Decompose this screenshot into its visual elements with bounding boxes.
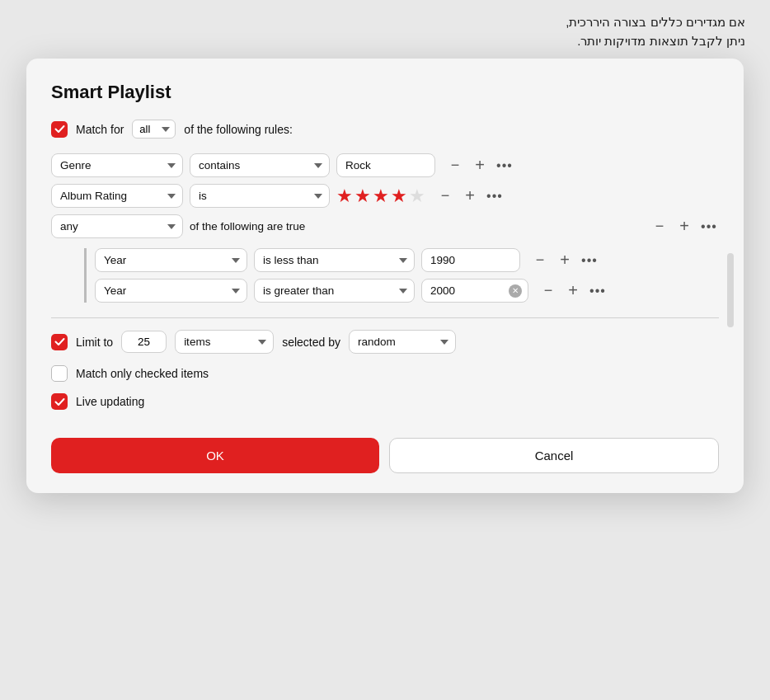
rule-any-field[interactable]: any all none: [51, 214, 183, 238]
rule-album-rating: Album Rating Genre Year is is not is gre…: [51, 184, 719, 208]
rule-year2-field[interactable]: Year Genre Album Rating: [95, 279, 247, 303]
limit-section: Limit to items hours minutes MB GB selec…: [51, 330, 719, 354]
rule-year2-actions: − + •••: [538, 281, 608, 301]
rule-year1-field[interactable]: Year Genre Album Rating: [95, 248, 247, 272]
rule-year1-dots[interactable]: •••: [580, 251, 599, 270]
limit-unit-select[interactable]: items hours minutes MB GB: [175, 330, 274, 354]
dialog-footer: OK Cancel: [51, 421, 719, 493]
rule-genre-field[interactable]: Genre Album Rating Year: [51, 153, 183, 177]
dialog-title: Smart Playlist: [51, 82, 719, 103]
rule-year2-operator[interactable]: is greater than is less than is is not: [254, 279, 415, 303]
rule-genre-plus[interactable]: +: [470, 156, 490, 176]
limit-value[interactable]: [121, 331, 167, 353]
rule-rating-actions: − + •••: [435, 186, 505, 206]
star-2[interactable]: ★: [354, 186, 371, 207]
rule-year2-clear[interactable]: ✕: [509, 284, 522, 298]
limit-label: Limit to: [76, 336, 113, 349]
rule-year-2: Year Genre Album Rating is greater than …: [95, 279, 719, 303]
rule-year1-plus[interactable]: +: [555, 251, 575, 270]
nested-rules-wrapper: Year Genre Album Rating is less than is …: [51, 245, 719, 303]
match-row: Match for all any of the following rules…: [51, 120, 719, 139]
nested-rules: Year Genre Album Rating is less than is …: [84, 248, 719, 303]
live-updating-row: Live updating: [51, 393, 719, 410]
top-hint: אם מגדירים כללים בצורה היררכית, ניתן לקב…: [0, 0, 770, 59]
match-checked-checkbox[interactable]: [51, 365, 68, 382]
match-checked-row: Match only checked items: [51, 365, 719, 382]
live-updating-checkbox[interactable]: [51, 393, 68, 410]
rule-year2-dots[interactable]: •••: [588, 281, 608, 301]
rule-any-minus[interactable]: −: [650, 217, 669, 237]
rule-genre: Genre Album Rating Year contains does no…: [51, 153, 719, 177]
rule-genre-value[interactable]: [336, 153, 435, 177]
star-5[interactable]: ★: [409, 186, 425, 207]
rule-any-dots[interactable]: •••: [699, 217, 719, 237]
rule-year2-plus[interactable]: +: [563, 281, 583, 301]
rule-any-plus[interactable]: +: [674, 217, 694, 237]
rating-stars[interactable]: ★ ★ ★ ★ ★: [336, 186, 425, 207]
rule-rating-dots[interactable]: •••: [485, 186, 505, 206]
rule-year-1: Year Genre Album Rating is less than is …: [95, 248, 719, 272]
star-4[interactable]: ★: [391, 186, 407, 207]
divider: [51, 317, 719, 318]
rule-any-group: any all none of the following are true −…: [51, 214, 719, 238]
rule-rating-plus[interactable]: +: [460, 186, 480, 206]
ok-button[interactable]: OK: [51, 438, 379, 473]
rule-year1-value[interactable]: [421, 248, 520, 272]
rules-section: Genre Album Rating Year contains does no…: [51, 153, 719, 303]
match-label-after: of the following rules:: [184, 123, 293, 136]
selected-by-label: selected by: [282, 336, 340, 349]
rule-rating-field[interactable]: Album Rating Genre Year: [51, 184, 183, 208]
match-checkbox[interactable]: [51, 121, 68, 138]
rule-genre-minus[interactable]: −: [445, 156, 465, 176]
rule-year2-value-wrapper: ✕: [421, 279, 528, 303]
selected-by-select[interactable]: random album artist most played least pl…: [349, 330, 456, 354]
rule-rating-minus[interactable]: −: [435, 186, 455, 206]
scrollbar[interactable]: [727, 253, 734, 327]
star-3[interactable]: ★: [373, 186, 389, 207]
match-checked-label: Match only checked items: [76, 367, 209, 380]
smart-playlist-dialog: Smart Playlist Match for all any of the …: [26, 59, 744, 493]
match-select[interactable]: all any: [132, 120, 176, 139]
limit-checkbox[interactable]: [51, 334, 68, 350]
rule-year2-minus[interactable]: −: [538, 281, 558, 301]
match-label-before: Match for: [76, 123, 124, 136]
rule-genre-operator[interactable]: contains does not contain is is not: [190, 153, 330, 177]
star-1[interactable]: ★: [336, 186, 353, 207]
any-label: of the following are true: [190, 220, 305, 233]
cancel-button[interactable]: Cancel: [389, 438, 719, 473]
rule-rating-operator[interactable]: is is not is greater than is less than: [190, 184, 330, 208]
live-updating-label: Live updating: [76, 395, 144, 408]
rule-year1-minus[interactable]: −: [530, 251, 550, 270]
rule-year1-actions: − + •••: [530, 251, 599, 270]
rule-any-actions: − + •••: [650, 217, 719, 237]
rule-year1-operator[interactable]: is less than is greater than is is not: [254, 248, 415, 272]
rule-genre-actions: − + •••: [445, 156, 514, 176]
rule-genre-dots[interactable]: •••: [495, 156, 514, 176]
